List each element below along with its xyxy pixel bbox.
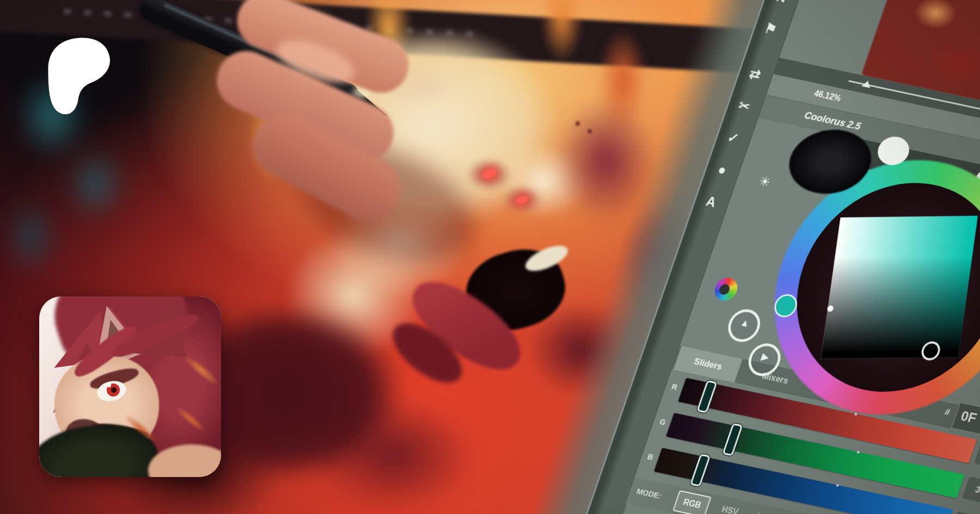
- red-value: 18: [974, 442, 980, 469]
- creator-avatar[interactable]: [39, 296, 221, 477]
- patreon-banner-photo: ◠ N ⚑ ⇄ ✂ ✓ ● A 46.12% Coolorus 2.5: [0, 0, 980, 514]
- mode-lab: LAB: [749, 506, 782, 514]
- red-channel-label: R: [670, 382, 678, 392]
- panel-title: Coolorus 2.5: [803, 109, 862, 132]
- blue-slider-handle: [690, 454, 710, 487]
- green-slider-handle: [722, 423, 743, 456]
- slider-tick: [836, 484, 839, 487]
- blue-value: 30: [950, 512, 980, 514]
- patreon-logo[interactable]: [42, 35, 115, 117]
- mode-rgb: RGB: [672, 490, 712, 514]
- mode-hsv: HSV: [713, 499, 747, 514]
- brightness-icon: ☀: [757, 173, 773, 190]
- saturation-value-square: [820, 216, 978, 360]
- color-wheel-mode-icon: [712, 276, 740, 303]
- blue-channel-label: B: [646, 452, 654, 462]
- avatar-eye-pupil: [111, 387, 117, 393]
- mode-label: MODE:: [635, 486, 663, 500]
- ear-beads: [569, 116, 602, 140]
- red-slider-handle: [697, 380, 718, 413]
- slider-tick: [857, 451, 860, 454]
- panel-arrow-icon: [861, 80, 872, 88]
- green-value: 30: [962, 476, 980, 504]
- zoom-level: 46.12%: [813, 89, 842, 103]
- green-channel-label: G: [658, 417, 667, 426]
- avatar-eye-glint: [107, 383, 111, 387]
